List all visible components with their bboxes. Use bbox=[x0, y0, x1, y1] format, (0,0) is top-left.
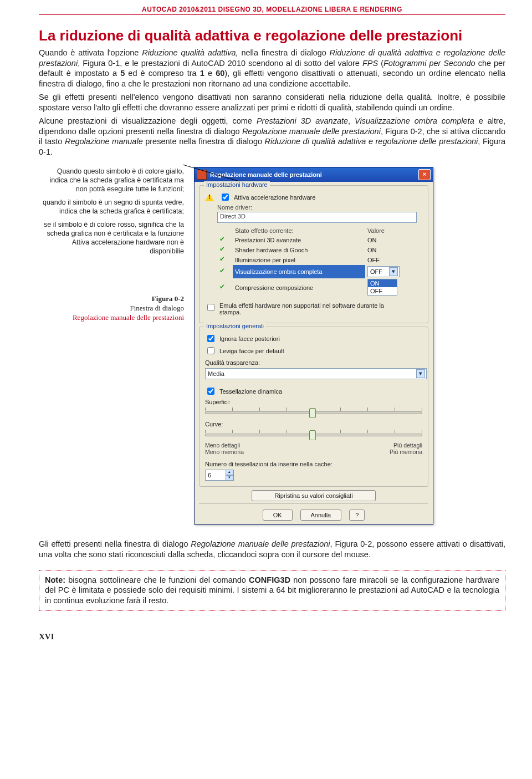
row-value: ON bbox=[365, 235, 417, 245]
help-button[interactable]: ? bbox=[349, 510, 365, 521]
checkbox-label: Ignora facce posteriori bbox=[219, 335, 280, 342]
text-italic: Fotogrammi per Secondo bbox=[383, 59, 475, 68]
chevron-down-icon[interactable]: ▾ bbox=[389, 267, 398, 276]
text-italic: Riduzione qualità adattiva, bbox=[142, 48, 238, 57]
text-italic: FPS bbox=[362, 59, 378, 68]
driver-name-field[interactable]: Direct 3D bbox=[217, 212, 417, 223]
check-icon bbox=[219, 284, 226, 291]
figure-title-line1: Finestra di dialogo bbox=[130, 304, 185, 312]
text-bold: 5 bbox=[120, 69, 125, 78]
group-label: Impostazioni generali bbox=[204, 323, 266, 329]
cache-spinner[interactable]: 6 ▴▾ bbox=[205, 470, 234, 481]
checkbox-label: Emula effetti hardware non supportati ne… bbox=[219, 302, 397, 315]
row-name: Prestazioni 3D avanzate bbox=[233, 235, 365, 245]
spinner-up-icon[interactable]: ▴ bbox=[226, 470, 233, 475]
slider-curves[interactable] bbox=[205, 429, 422, 440]
text: nella finestra di dialogo bbox=[238, 48, 330, 57]
table-row-selected[interactable]: Visualizzazione ombra completa OFF ▾ bbox=[217, 265, 417, 278]
checkbox-accel[interactable] bbox=[222, 194, 229, 201]
cache-label: Numero di tessellazioni da inserire nell… bbox=[205, 461, 422, 467]
dropdown-menu[interactable]: ON OFF bbox=[367, 279, 397, 296]
row-name: Visualizzazione ombra completa bbox=[233, 265, 365, 278]
figure-title-line2: Regolazione manuale delle prestazioni bbox=[73, 313, 184, 322]
more-memory-label: Più memoria bbox=[390, 449, 422, 455]
text-italic: Regolazione manuale delle prestazioni bbox=[191, 539, 330, 548]
slider-thumb[interactable] bbox=[309, 430, 316, 440]
note-label: Note: bbox=[45, 576, 65, 584]
dialog-window: Regolazione manuale delle prestazioni × … bbox=[194, 167, 433, 525]
paragraph-2: Se gli effetti presenti nell'elenco veng… bbox=[39, 92, 505, 113]
check-icon bbox=[219, 236, 226, 243]
annotation-green: quando il simbolo è un segno di spunta v… bbox=[39, 198, 184, 216]
close-icon[interactable]: × bbox=[418, 169, 431, 180]
spinner-down-icon[interactable]: ▾ bbox=[226, 475, 233, 481]
text-bold: CONFIG3D bbox=[249, 576, 290, 584]
note-box: Note: bisogna sottolineare che le funzio… bbox=[39, 570, 505, 612]
text: , Figura 0-1, e le prestazioni di AutoCA… bbox=[78, 59, 362, 68]
checkbox-tess[interactable] bbox=[207, 388, 214, 395]
slider-label-curves: Curve: bbox=[205, 421, 422, 427]
chevron-down-icon[interactable]: ▾ bbox=[416, 369, 425, 378]
page-number: XVI bbox=[39, 632, 505, 641]
text: Alcune prestazioni di visualizzazione de… bbox=[39, 116, 257, 125]
text: ( bbox=[378, 59, 383, 68]
checkbox-smooth[interactable] bbox=[207, 347, 214, 354]
table-row[interactable]: Illuminazione per pixel OFF bbox=[217, 255, 417, 265]
more-detail-label: Più dettagli bbox=[390, 442, 422, 449]
text: , bbox=[348, 116, 355, 125]
col-header-state: Stato effetto corrente: bbox=[233, 226, 365, 235]
check-icon bbox=[219, 256, 226, 263]
value-dropdown[interactable]: OFF ▾ bbox=[367, 266, 400, 277]
svg-line-0 bbox=[183, 165, 247, 184]
text: Quando è attivata l'opzione bbox=[39, 48, 142, 57]
table-row[interactable]: Shader hardware di Gooch ON bbox=[217, 245, 417, 255]
row-name: Compressione composizione bbox=[233, 278, 365, 297]
slider-surfaces[interactable] bbox=[205, 406, 422, 417]
text-italic: Riduzione di qualità adattiva e regolazi… bbox=[265, 137, 478, 146]
paragraph-4: Gli effetti presenti nella finestra di d… bbox=[39, 539, 505, 559]
figure-number: Figura 0-2 bbox=[152, 294, 184, 303]
check-icon bbox=[219, 246, 226, 253]
dropdown-option[interactable]: ON bbox=[368, 279, 397, 287]
slider-label-surfaces: Superfici: bbox=[205, 399, 422, 405]
row-value: OFF bbox=[365, 255, 417, 265]
text: e bbox=[204, 69, 216, 78]
annotation-yellow: Quando questo simbolo è di colore giallo… bbox=[39, 167, 184, 194]
text-italic: Visualizzazione ombra completa bbox=[355, 116, 474, 125]
text: ed è compreso tra bbox=[125, 69, 200, 78]
text: presente nella finestra di dialogo bbox=[143, 137, 265, 146]
side-annotation: Quando questo simbolo è di colore giallo… bbox=[39, 167, 184, 323]
check-icon bbox=[219, 268, 226, 274]
checkbox-label: Attiva accelerazione hardware bbox=[234, 194, 315, 201]
text-bold: 1 bbox=[200, 69, 204, 78]
hardware-table: Stato effetto corrente: Valore Prestazio… bbox=[217, 226, 417, 297]
less-detail-label: Meno dettagli bbox=[205, 442, 244, 449]
paragraph-1: Quando è attivata l'opzione Riduzione qu… bbox=[39, 48, 505, 89]
slider-thumb[interactable] bbox=[309, 408, 316, 418]
annotation-red: se il simbolo è di colore rosso, signifi… bbox=[39, 220, 184, 256]
reset-button[interactable]: Ripristina su valori consigliati bbox=[252, 490, 375, 501]
dropdown-option[interactable]: OFF bbox=[368, 287, 397, 295]
figure-caption: Figura 0-2 Finestra di dialogo Regolazio… bbox=[39, 294, 184, 323]
cancel-button[interactable]: Annulla bbox=[300, 510, 342, 521]
group-general: Impostazioni generali Ignora facce poste… bbox=[199, 327, 428, 487]
text-bold: 60 bbox=[216, 69, 224, 78]
transparency-dropdown[interactable]: Media ▾ bbox=[205, 368, 427, 379]
text: bisogna sottolineare che le funzioni del… bbox=[65, 576, 249, 584]
checkbox-ignore[interactable] bbox=[207, 335, 214, 342]
group-hardware: Impostazioni hardware Attiva accelerazio… bbox=[199, 185, 428, 323]
checkbox-emulate[interactable] bbox=[207, 304, 214, 311]
row-name: Shader hardware di Gooch bbox=[233, 245, 365, 255]
dropdown-value: OFF bbox=[370, 268, 382, 275]
row-name: Illuminazione per pixel bbox=[233, 255, 365, 265]
table-row[interactable]: Prestazioni 3D avanzate ON bbox=[217, 235, 417, 245]
ok-button[interactable]: OK bbox=[263, 510, 293, 521]
warning-icon bbox=[205, 194, 214, 201]
slider-endpoint-labels: Meno dettagli Meno memoria Più dettagli … bbox=[205, 442, 422, 455]
checkbox-label: Tessellazione dinamica bbox=[219, 388, 282, 395]
row-value: ON bbox=[365, 245, 417, 255]
table-row[interactable]: Compressione composizione ON OFF bbox=[217, 278, 417, 297]
running-header: AUTOCAD 2010&2011 DISEGNO 3D, MODELLAZIO… bbox=[39, 6, 505, 15]
less-memory-label: Meno memoria bbox=[205, 449, 244, 455]
transparency-label: Qualità trasparenza: bbox=[205, 359, 422, 366]
